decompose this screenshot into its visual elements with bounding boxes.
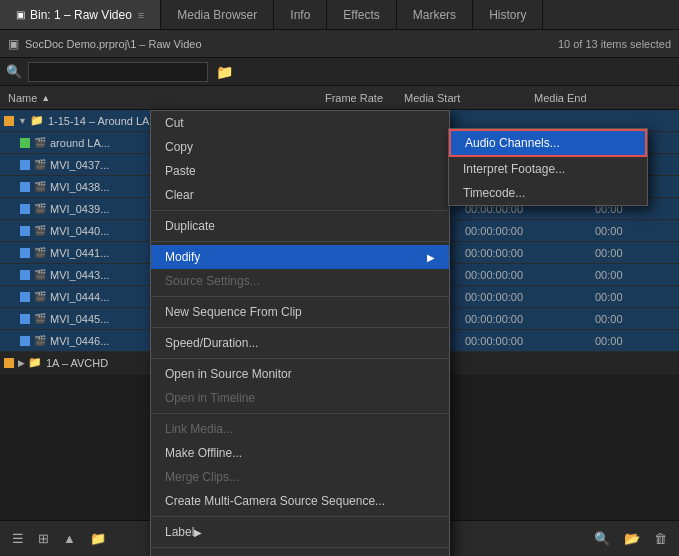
submenu-item-interpretFootage[interactable]: Interpret Footage... xyxy=(449,157,647,181)
search-icon-btn[interactable]: 🔍 xyxy=(590,529,614,548)
color-label xyxy=(4,358,14,368)
menu-item-copy[interactable]: Copy xyxy=(151,135,449,159)
menu-item-exportMedia[interactable]: Export Media... xyxy=(151,551,449,556)
menu-item-cut[interactable]: Cut xyxy=(151,111,449,135)
icon-view-icon[interactable]: ⊞ xyxy=(34,529,53,548)
file-mediastart: 00:00:00:00 xyxy=(465,335,595,347)
file-mediastart: 00:00:00:00 xyxy=(465,225,595,237)
sort-asc-icon: ▲ xyxy=(41,93,50,103)
breadcrumb: SocDoc Demo.prproj\1 – Raw Video xyxy=(25,38,202,50)
submenu-arrow: ▶ xyxy=(194,527,202,538)
menu-label: Modify xyxy=(165,250,200,264)
up-folder-icon[interactable]: ▲ xyxy=(59,529,80,548)
tab-markers[interactable]: Markers xyxy=(397,0,473,29)
menu-item-makeOffline[interactable]: Make Offline... xyxy=(151,441,449,465)
bin-hamburger-icon[interactable]: ≡ xyxy=(138,9,144,21)
menu-item-paste[interactable]: Paste xyxy=(151,159,449,183)
expand-icon[interactable]: ▼ xyxy=(18,116,27,126)
color-label xyxy=(20,336,30,346)
color-label xyxy=(20,248,30,258)
menu-item-modify[interactable]: Modify▶ xyxy=(151,245,449,269)
clip-icon: 🎬 xyxy=(34,291,46,302)
col-header-mediastart: Media Start xyxy=(404,92,534,104)
search-bar: 🔍 📁 xyxy=(0,58,679,86)
menu-item-openTimeline: Open in Timeline xyxy=(151,386,449,410)
tab-bar: ▣ Bin: 1 – Raw Video ≡ Media Browser Inf… xyxy=(0,0,679,30)
color-label xyxy=(20,270,30,280)
submenu-item-timecode[interactable]: Timecode... xyxy=(449,181,647,205)
file-mediaend: 00:00 xyxy=(595,313,675,325)
clip-icon: 🎬 xyxy=(34,181,46,192)
file-mediastart: 00:00:00:00 xyxy=(465,291,595,303)
menu-item-linkMedia: Link Media... xyxy=(151,417,449,441)
clip-icon: 🎬 xyxy=(34,225,46,236)
tab-info-label: Info xyxy=(290,8,310,22)
tab-effects[interactable]: Effects xyxy=(327,0,396,29)
tab-info[interactable]: Info xyxy=(274,0,327,29)
clip-icon: 🎬 xyxy=(34,137,46,148)
menu-separator xyxy=(151,516,449,517)
menu-item-sourceSettings: Source Settings... xyxy=(151,269,449,293)
search-icon: 🔍 xyxy=(6,64,22,79)
file-mediaend: 00:00 xyxy=(595,335,675,347)
col-header-mediaend: Media End xyxy=(534,92,675,104)
menu-separator xyxy=(151,210,449,211)
menu-item-createMultiCam[interactable]: Create Multi-Camera Source Sequence... xyxy=(151,489,449,513)
submenu-arrow: ▶ xyxy=(427,252,435,263)
col-mediastart-label: Media Start xyxy=(404,92,460,104)
breadcrumb-folder-icon: ▣ xyxy=(8,37,19,51)
color-label xyxy=(20,292,30,302)
menu-item-openSourceMonitor[interactable]: Open in Source Monitor xyxy=(151,362,449,386)
search-input[interactable] xyxy=(28,62,208,82)
file-mediaend: 00:00 xyxy=(595,225,675,237)
file-mediaend: 00:00 xyxy=(595,247,675,259)
color-label xyxy=(4,116,14,126)
tab-media-browser[interactable]: Media Browser xyxy=(161,0,274,29)
submenu-item-audioChannels[interactable]: Audio Channels... xyxy=(449,129,647,157)
submenu: Audio Channels...Interpret Footage...Tim… xyxy=(448,128,648,206)
tab-markers-label: Markers xyxy=(413,8,456,22)
menu-item-mergeClips: Merge Clips... xyxy=(151,465,449,489)
tab-media-browser-label: Media Browser xyxy=(177,8,257,22)
folder-icon: 📁 xyxy=(30,114,44,127)
menu-item-label[interactable]: Label▶ xyxy=(151,520,449,544)
menu-item-clear[interactable]: Clear xyxy=(151,183,449,207)
col-framerate-label: Frame Rate xyxy=(325,92,383,104)
clip-icon: 🎬 xyxy=(34,269,46,280)
tab-bin[interactable]: ▣ Bin: 1 – Raw Video ≡ xyxy=(0,0,161,29)
tab-history-label: History xyxy=(489,8,526,22)
color-label xyxy=(20,226,30,236)
menu-separator xyxy=(151,358,449,359)
menu-item-duplicate[interactable]: Duplicate xyxy=(151,214,449,238)
menu-label: Label xyxy=(165,525,194,539)
context-menu: CutCopyPasteClearDuplicateModify▶Source … xyxy=(150,110,450,556)
tab-effects-label: Effects xyxy=(343,8,379,22)
clip-icon: 🎬 xyxy=(34,247,46,258)
delete-icon[interactable]: 🗑 xyxy=(650,529,671,548)
clip-icon: 🎬 xyxy=(34,313,46,324)
tab-history[interactable]: History xyxy=(473,0,543,29)
col-mediaend-label: Media End xyxy=(534,92,587,104)
list-view-icon[interactable]: ☰ xyxy=(8,529,28,548)
menu-separator xyxy=(151,413,449,414)
file-mediastart: 00:00:00:00 xyxy=(465,313,595,325)
color-label xyxy=(20,138,30,148)
new-folder-icon[interactable]: 📂 xyxy=(620,529,644,548)
menu-item-newSeq[interactable]: New Sequence From Clip xyxy=(151,300,449,324)
color-label xyxy=(20,182,30,192)
menu-separator xyxy=(151,241,449,242)
column-headers: Name ▲ Frame Rate Media Start Media End xyxy=(0,86,679,110)
new-bin-icon[interactable]: 📁 xyxy=(86,529,110,548)
menu-item-speedDuration[interactable]: Speed/Duration... xyxy=(151,331,449,355)
tab-bin-label: Bin: 1 – Raw Video xyxy=(30,8,132,22)
file-mediaend: 00:00 xyxy=(595,291,675,303)
file-mediastart: 00:00:00:00 xyxy=(465,247,595,259)
col-header-name: Name ▲ xyxy=(4,92,304,104)
menu-separator xyxy=(151,327,449,328)
folder-icon: 📁 xyxy=(28,356,42,369)
clip-icon: 🎬 xyxy=(34,159,46,170)
color-label xyxy=(20,314,30,324)
folder-navigate-icon[interactable]: 📁 xyxy=(216,64,233,80)
color-label xyxy=(20,204,30,214)
expand-icon[interactable]: ▶ xyxy=(18,358,25,368)
